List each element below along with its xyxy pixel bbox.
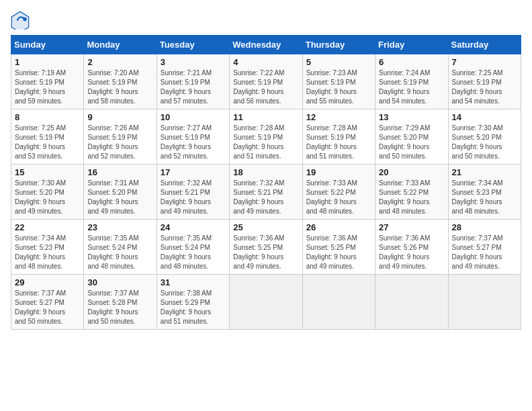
day-info: Sunrise: 7:27 AM Sunset: 5:19 PM Dayligh… — [161, 124, 226, 161]
day-number: 17 — [161, 167, 226, 177]
calendar-cell: 27Sunrise: 7:36 AM Sunset: 5:26 PM Dayli… — [375, 220, 448, 275]
calendar-cell — [302, 275, 375, 330]
calendar-cell: 5Sunrise: 7:23 AM Sunset: 5:19 PM Daylig… — [302, 54, 375, 109]
calendar-cell: 21Sunrise: 7:34 AM Sunset: 5:23 PM Dayli… — [448, 165, 521, 220]
day-number: 2 — [87, 57, 152, 67]
day-info: Sunrise: 7:36 AM Sunset: 5:25 PM Dayligh… — [233, 234, 298, 271]
calendar-cell: 12Sunrise: 7:28 AM Sunset: 5:19 PM Dayli… — [302, 109, 375, 165]
logo-icon — [11, 11, 30, 30]
day-number: 25 — [233, 222, 298, 232]
day-number: 13 — [379, 112, 444, 122]
calendar-cell: 11Sunrise: 7:28 AM Sunset: 5:19 PM Dayli… — [230, 109, 302, 165]
calendar-table: SundayMondayTuesdayWednesdayThursdayFrid… — [11, 35, 521, 330]
day-number: 12 — [306, 112, 371, 122]
calendar-cell: 20Sunrise: 7:33 AM Sunset: 5:22 PM Dayli… — [375, 165, 448, 220]
day-info: Sunrise: 7:31 AM Sunset: 5:20 PM Dayligh… — [87, 179, 152, 216]
day-info: Sunrise: 7:38 AM Sunset: 5:29 PM Dayligh… — [161, 289, 226, 326]
calendar-cell: 10Sunrise: 7:27 AM Sunset: 5:19 PM Dayli… — [157, 109, 229, 165]
day-info: Sunrise: 7:37 AM Sunset: 5:28 PM Dayligh… — [87, 289, 152, 326]
day-info: Sunrise: 7:28 AM Sunset: 5:19 PM Dayligh… — [233, 124, 298, 161]
calendar-cell: 1Sunrise: 7:19 AM Sunset: 5:19 PM Daylig… — [11, 54, 84, 109]
day-number: 9 — [87, 112, 152, 122]
day-info: Sunrise: 7:32 AM Sunset: 5:21 PM Dayligh… — [161, 179, 226, 216]
day-number: 22 — [15, 222, 80, 232]
day-number: 19 — [306, 167, 371, 177]
day-info: Sunrise: 7:34 AM Sunset: 5:23 PM Dayligh… — [15, 234, 80, 271]
day-info: Sunrise: 7:37 AM Sunset: 5:27 PM Dayligh… — [15, 289, 80, 326]
day-info: Sunrise: 7:30 AM Sunset: 5:20 PM Dayligh… — [15, 179, 80, 216]
calendar-cell: 15Sunrise: 7:30 AM Sunset: 5:20 PM Dayli… — [11, 165, 84, 220]
col-header-monday: Monday — [84, 36, 157, 54]
calendar-cell: 22Sunrise: 7:34 AM Sunset: 5:23 PM Dayli… — [11, 220, 84, 275]
day-info: Sunrise: 7:28 AM Sunset: 5:19 PM Dayligh… — [306, 124, 371, 161]
calendar-cell: 28Sunrise: 7:37 AM Sunset: 5:27 PM Dayli… — [448, 220, 521, 275]
day-info: Sunrise: 7:25 AM Sunset: 5:19 PM Dayligh… — [452, 68, 517, 106]
day-number: 20 — [379, 167, 444, 177]
day-number: 10 — [161, 112, 226, 122]
page-header — [11, 11, 521, 30]
calendar-cell: 29Sunrise: 7:37 AM Sunset: 5:27 PM Dayli… — [11, 275, 84, 330]
day-number: 27 — [379, 222, 444, 232]
day-number: 21 — [452, 167, 517, 177]
day-info: Sunrise: 7:36 AM Sunset: 5:25 PM Dayligh… — [306, 234, 371, 271]
day-number: 1 — [15, 57, 80, 67]
calendar-cell: 7Sunrise: 7:25 AM Sunset: 5:19 PM Daylig… — [448, 54, 521, 109]
calendar-cell: 6Sunrise: 7:24 AM Sunset: 5:19 PM Daylig… — [375, 54, 448, 109]
day-info: Sunrise: 7:32 AM Sunset: 5:21 PM Dayligh… — [233, 179, 298, 216]
calendar-cell: 8Sunrise: 7:25 AM Sunset: 5:19 PM Daylig… — [11, 109, 84, 165]
col-header-saturday: Saturday — [448, 36, 521, 54]
day-info: Sunrise: 7:23 AM Sunset: 5:19 PM Dayligh… — [306, 68, 371, 106]
col-header-thursday: Thursday — [302, 36, 375, 54]
calendar-cell: 9Sunrise: 7:26 AM Sunset: 5:19 PM Daylig… — [84, 109, 157, 165]
calendar-cell: 23Sunrise: 7:35 AM Sunset: 5:24 PM Dayli… — [84, 220, 157, 275]
day-info: Sunrise: 7:34 AM Sunset: 5:23 PM Dayligh… — [452, 179, 517, 216]
day-info: Sunrise: 7:29 AM Sunset: 5:20 PM Dayligh… — [379, 124, 444, 161]
calendar-cell: 13Sunrise: 7:29 AM Sunset: 5:20 PM Dayli… — [375, 109, 448, 165]
day-info: Sunrise: 7:36 AM Sunset: 5:26 PM Dayligh… — [379, 234, 444, 271]
day-info: Sunrise: 7:19 AM Sunset: 5:19 PM Dayligh… — [15, 68, 80, 106]
day-number: 29 — [15, 277, 80, 287]
day-number: 31 — [161, 277, 226, 287]
day-info: Sunrise: 7:20 AM Sunset: 5:19 PM Dayligh… — [87, 68, 152, 106]
svg-point-2 — [23, 17, 27, 21]
day-number: 3 — [161, 57, 226, 67]
day-number: 7 — [452, 57, 517, 67]
calendar-cell: 31Sunrise: 7:38 AM Sunset: 5:29 PM Dayli… — [157, 275, 229, 330]
col-header-tuesday: Tuesday — [157, 36, 229, 54]
day-number: 11 — [233, 112, 298, 122]
day-info: Sunrise: 7:21 AM Sunset: 5:19 PM Dayligh… — [161, 68, 226, 106]
day-info: Sunrise: 7:25 AM Sunset: 5:19 PM Dayligh… — [15, 124, 80, 161]
day-number: 6 — [379, 57, 444, 67]
calendar-cell: 18Sunrise: 7:32 AM Sunset: 5:21 PM Dayli… — [230, 165, 302, 220]
day-info: Sunrise: 7:24 AM Sunset: 5:19 PM Dayligh… — [379, 68, 444, 106]
day-number: 16 — [87, 167, 152, 177]
day-info: Sunrise: 7:30 AM Sunset: 5:20 PM Dayligh… — [452, 124, 517, 161]
calendar-cell: 25Sunrise: 7:36 AM Sunset: 5:25 PM Dayli… — [230, 220, 302, 275]
calendar-cell: 14Sunrise: 7:30 AM Sunset: 5:20 PM Dayli… — [448, 109, 521, 165]
day-info: Sunrise: 7:33 AM Sunset: 5:22 PM Dayligh… — [379, 179, 444, 216]
calendar-cell — [448, 275, 521, 330]
calendar-cell — [375, 275, 448, 330]
day-number: 8 — [15, 112, 80, 122]
day-info: Sunrise: 7:22 AM Sunset: 5:19 PM Dayligh… — [233, 68, 298, 106]
day-number: 26 — [306, 222, 371, 232]
day-number: 24 — [161, 222, 226, 232]
day-number: 23 — [87, 222, 152, 232]
day-info: Sunrise: 7:33 AM Sunset: 5:22 PM Dayligh… — [306, 179, 371, 216]
day-info: Sunrise: 7:35 AM Sunset: 5:24 PM Dayligh… — [161, 234, 226, 271]
day-info: Sunrise: 7:26 AM Sunset: 5:19 PM Dayligh… — [87, 124, 152, 161]
calendar-cell: 26Sunrise: 7:36 AM Sunset: 5:25 PM Dayli… — [302, 220, 375, 275]
calendar-cell — [230, 275, 302, 330]
day-number: 4 — [233, 57, 298, 67]
logo — [11, 11, 32, 30]
calendar-cell: 17Sunrise: 7:32 AM Sunset: 5:21 PM Dayli… — [157, 165, 229, 220]
calendar-cell: 3Sunrise: 7:21 AM Sunset: 5:19 PM Daylig… — [157, 54, 229, 109]
col-header-friday: Friday — [375, 36, 448, 54]
calendar-cell: 19Sunrise: 7:33 AM Sunset: 5:22 PM Dayli… — [302, 165, 375, 220]
calendar-cell: 30Sunrise: 7:37 AM Sunset: 5:28 PM Dayli… — [84, 275, 157, 330]
day-info: Sunrise: 7:37 AM Sunset: 5:27 PM Dayligh… — [452, 234, 517, 271]
day-info: Sunrise: 7:35 AM Sunset: 5:24 PM Dayligh… — [87, 234, 152, 271]
calendar-cell: 4Sunrise: 7:22 AM Sunset: 5:19 PM Daylig… — [230, 54, 302, 109]
day-number: 18 — [233, 167, 298, 177]
calendar-cell: 24Sunrise: 7:35 AM Sunset: 5:24 PM Dayli… — [157, 220, 229, 275]
